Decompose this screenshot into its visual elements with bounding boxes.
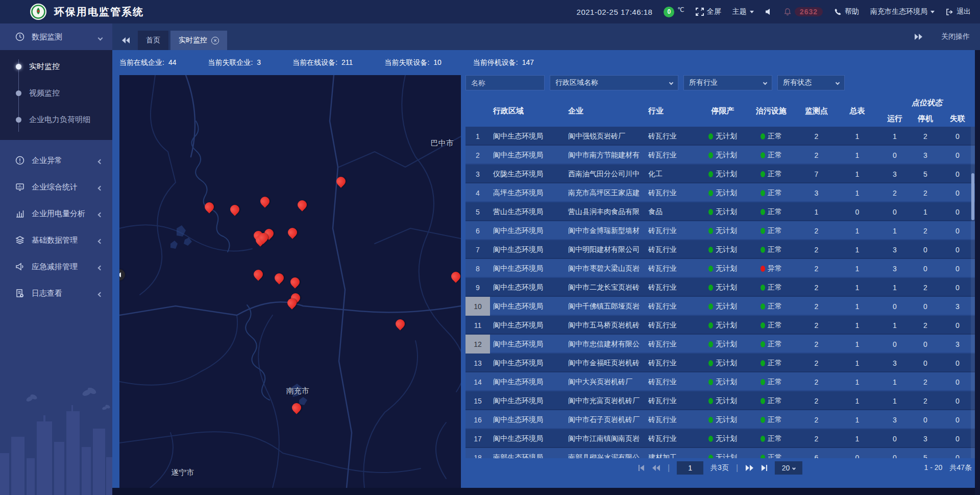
- halt-status-cell: 无计划: [700, 378, 745, 387]
- table-row[interactable]: 15 阆中生态环境局 阆中市光富页岩机砖厂 砖瓦行业 无计划 正常 2 1 1 …: [465, 391, 975, 410]
- status-dot-icon: [708, 152, 713, 158]
- points-cell: 2: [797, 302, 836, 311]
- logout-button[interactable]: 退出: [946, 7, 971, 16]
- region-cell: 阆中生态环境局: [490, 434, 565, 443]
- table-row[interactable]: 2 阆中生态环境局 阆中市南方节能建材有 砖瓦行业 无计划 正常 2 1 0 3…: [465, 146, 975, 164]
- last-page-button[interactable]: [761, 465, 768, 471]
- chevron-down-icon: [669, 81, 673, 85]
- prev-page-button[interactable]: [652, 465, 660, 471]
- scrollbar-thumb[interactable]: [971, 173, 974, 220]
- industry-cell: 食品: [645, 207, 700, 217]
- map-panel[interactable]: 巴中市南充市遂宁市: [119, 75, 461, 488]
- facility-status-cell: 正常: [745, 132, 797, 141]
- meters-cell: 1: [836, 151, 879, 159]
- meters-cell: 1: [836, 321, 879, 329]
- table-row[interactable]: 3 仪陇生态环境局 西南油气田分公司川中 化工 无计划 正常 7 1 3 5 0: [465, 164, 975, 183]
- help-button[interactable]: 帮助: [834, 7, 859, 16]
- first-page-button[interactable]: [638, 465, 645, 471]
- industry-cell: 砖瓦行业: [645, 359, 700, 368]
- table-row[interactable]: 4 高坪生态环境局 南充市高坪区王家店建 砖瓦行业 无计划 正常 3 1 2 2…: [465, 183, 975, 202]
- mute-button[interactable]: [765, 8, 772, 15]
- industry-select[interactable]: 所有行业: [683, 75, 772, 90]
- table-row[interactable]: 1 阆中生态环境局 阆中强锐页岩砖厂 砖瓦行业 无计划 正常 2 1 1 2 0: [465, 127, 975, 146]
- status-dot-icon: [761, 303, 765, 310]
- sidebar-item-power-load-detail[interactable]: 企业电力负荷明细: [0, 106, 112, 133]
- tabs-scroll-right-button[interactable]: [909, 27, 928, 46]
- page-size-select[interactable]: 20: [775, 461, 802, 475]
- row-number-cell: 3: [465, 164, 490, 183]
- org-label: 南充市生态环境局: [870, 7, 927, 16]
- close-operations-button[interactable]: 关闭操作: [941, 32, 970, 41]
- table-row[interactable]: 9 阆中生态环境局 阆中市二龙长宝页岩砖 砖瓦行业 无计划 正常 2 1 1 2…: [465, 278, 975, 297]
- company-cell: 阆中市枣碧大梁山页岩: [565, 264, 645, 273]
- tabs-scroll-left-button[interactable]: [116, 31, 136, 50]
- facility-status-cell: 正常: [745, 151, 797, 160]
- table-row[interactable]: 13 阆中生态环境局 阆中市金福旺页岩机砖 砖瓦行业 无计划 正常 2 1 3 …: [465, 353, 975, 372]
- status-select[interactable]: 所有状态: [777, 75, 845, 90]
- table-row[interactable]: 7 阆中生态环境局 阆中明阳建材有限公司 砖瓦行业 无计划 正常 2 1 3 0…: [465, 240, 975, 259]
- tab-realtime-monitoring[interactable]: 实时监控 ×: [170, 31, 227, 50]
- stat-stopped-devices: 当前停机设备:147: [473, 58, 534, 67]
- sidebar-nav: 数据监测 实时监控 视频监控 企业电力负荷明细: [0, 23, 112, 495]
- status-dot-icon: [708, 228, 713, 234]
- region-cell: 阆中生态环境局: [490, 340, 565, 349]
- status-dot-icon: [708, 247, 713, 253]
- org-dropdown[interactable]: 南充市生态环境局: [870, 7, 935, 16]
- company-cell: 阆中市五马桥页岩机砖: [565, 321, 645, 330]
- tab-home[interactable]: 首页: [138, 31, 168, 50]
- sidebar-submenu: 实时监控 视频监控 企业电力负荷明细: [0, 50, 112, 140]
- table-scrollbar[interactable]: [971, 127, 975, 458]
- table-row[interactable]: 17 阆中生态环境局 阆中市江南镇阆南页岩 砖瓦行业 无计划 正常 2 1 0 …: [465, 429, 975, 448]
- sidebar-item-enterprise-abnormal[interactable]: 企业异常: [0, 147, 112, 174]
- bell-icon: [783, 8, 792, 16]
- table-row[interactable]: 16 阆中生态环境局 阆中市石子页岩机砖厂 砖瓦行业 无计划 正常 2 1 3 …: [465, 410, 975, 429]
- sidebar-item-data-monitoring[interactable]: 数据监测: [0, 23, 112, 50]
- row-number-cell: 17: [465, 429, 490, 448]
- next-page-button[interactable]: [745, 465, 753, 471]
- table-row[interactable]: 12 阆中生态环境局 阆中市忠信建材有限公 砖瓦行业 无计划 正常 2 1 0 …: [465, 335, 975, 353]
- status-dot-icon: [761, 341, 765, 347]
- lost-count-cell: 0: [940, 227, 975, 235]
- halt-status-cell: 无计划: [700, 359, 745, 368]
- stop-count-cell: 2: [911, 321, 940, 329]
- table-row[interactable]: 14 阆中生态环境局 阆中大兴页岩机砖厂 砖瓦行业 无计划 正常 2 1 1 2…: [465, 372, 975, 391]
- region-select[interactable]: 行政区域名称: [550, 75, 678, 90]
- page-number-input[interactable]: [677, 461, 703, 475]
- notification-bell[interactable]: 2632: [783, 7, 823, 16]
- sidebar-item-emission-management[interactable]: 应急减排管理: [0, 253, 112, 280]
- facility-status-cell: 异常: [745, 264, 797, 273]
- points-cell: 2: [797, 246, 836, 254]
- tab-close-icon[interactable]: ×: [211, 37, 219, 44]
- chevron-left-icon: [98, 265, 103, 270]
- sidebar-item-base-data[interactable]: 基础数据管理: [0, 227, 112, 253]
- temperature-indicator: 0 ℃: [664, 7, 684, 17]
- stat-online-enterprises: 当前在线企业:44: [119, 58, 176, 67]
- page-title: 环保用电监管系统: [54, 5, 144, 19]
- table-row[interactable]: 18 南部生态环境局 南部县砌兴水泥有限公 建材加工 无计划 正常 6 0 0 …: [465, 448, 975, 458]
- fullscreen-button[interactable]: 全屏: [696, 7, 721, 16]
- sidebar-item-video-monitoring[interactable]: 视频监控: [0, 80, 112, 106]
- theme-dropdown[interactable]: 主题: [732, 7, 754, 16]
- stop-count-cell: 2: [911, 132, 940, 140]
- sidebar-item-realtime-monitoring[interactable]: 实时监控: [0, 53, 112, 80]
- meters-cell: 1: [836, 170, 879, 178]
- sidebar-item-log-view[interactable]: 日志查看: [0, 280, 112, 307]
- app-logo-icon: [30, 3, 47, 20]
- table-row[interactable]: 5 营山生态环境局 营山县润丰肉食品有限 食品 无计划 正常 1 0 0 1 0: [465, 202, 975, 221]
- company-cell: 阆中市光富页岩机砖厂: [565, 396, 645, 406]
- status-dot-icon: [761, 152, 765, 158]
- chevron-down-icon: [763, 81, 767, 85]
- row-number-cell: 18: [465, 448, 490, 458]
- status-dot-icon: [708, 341, 713, 347]
- sidebar-item-power-analysis[interactable]: 企业用电量分析: [0, 200, 112, 227]
- halt-status-cell: 无计划: [700, 340, 745, 349]
- stat-online-devices: 当前在线设备:211: [292, 58, 353, 67]
- table-row[interactable]: 11 阆中生态环境局 阆中市五马桥页岩机砖 砖瓦行业 无计划 正常 2 1 1 …: [465, 316, 975, 335]
- sidebar-item-enterprise-stats[interactable]: 企业综合统计: [0, 174, 112, 200]
- table-row[interactable]: 10 阆中生态环境局 阆中千佛镇五郎垭页岩 砖瓦行业 无计划 正常 2 1 0 …: [465, 297, 975, 316]
- facility-status-cell: 正常: [745, 302, 797, 311]
- name-search-input[interactable]: [465, 75, 545, 90]
- table-row[interactable]: 8 阆中生态环境局 阆中市枣碧大梁山页岩 砖瓦行业 无计划 异常 2 1 3 0…: [465, 259, 975, 278]
- col-header-lost: 失联: [940, 114, 975, 124]
- table-row[interactable]: 6 阆中生态环境局 阆中市金博瑞新型墙材 砖瓦行业 无计划 正常 2 1 1 2…: [465, 221, 975, 240]
